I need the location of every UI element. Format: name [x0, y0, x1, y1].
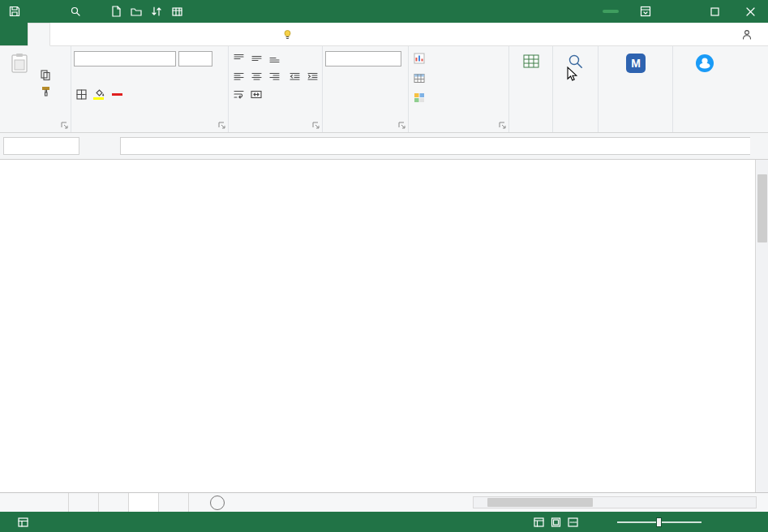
print-preview-icon[interactable]	[69, 5, 82, 18]
decrease-indent-button[interactable]	[287, 69, 302, 84]
copy-button[interactable]	[36, 66, 54, 83]
zoom-slider[interactable]	[617, 521, 701, 523]
align-top-button[interactable]	[231, 51, 247, 66]
number-format-select[interactable]	[325, 51, 401, 66]
align-left-button[interactable]	[231, 69, 247, 84]
minimize-button[interactable]	[661, 0, 697, 23]
editing-button[interactable]	[556, 49, 595, 118]
sort-icon[interactable]	[150, 5, 163, 18]
cells-button[interactable]	[512, 49, 550, 118]
align-middle-button[interactable]	[249, 51, 264, 66]
maximize-button[interactable]	[697, 0, 732, 23]
save-to-baidu-netdisk-button[interactable]	[676, 49, 734, 118]
comma-style-button[interactable]	[361, 69, 376, 84]
format-painter-button[interactable]	[36, 83, 54, 99]
sheet-nav-prev-icon[interactable]	[0, 493, 18, 512]
paste-button[interactable]	[2, 49, 36, 118]
sheet-tab-sheet2[interactable]	[99, 493, 129, 512]
font-color-button[interactable]	[109, 87, 125, 101]
save-icon[interactable]	[8, 5, 21, 18]
vertical-scrollbar[interactable]	[755, 160, 768, 492]
horizontal-scroll-thumb[interactable]	[487, 498, 593, 507]
alignment-dialog-launcher[interactable]	[312, 122, 320, 129]
align-center-button[interactable]	[249, 69, 264, 84]
send-to-mindmanager-button[interactable]: M	[601, 49, 670, 118]
name-box[interactable]	[3, 137, 79, 155]
tab-help[interactable]	[198, 23, 219, 45]
styles-dialog-launcher[interactable]	[499, 122, 506, 129]
tab-insert[interactable]	[50, 23, 71, 45]
new-sheet-button[interactable]	[210, 496, 225, 510]
grow-font-button[interactable]	[192, 69, 208, 84]
italic-button[interactable]	[92, 69, 107, 84]
zoom-slider-thumb[interactable]	[656, 517, 662, 527]
tab-developer[interactable]	[177, 23, 198, 45]
sheet-tab-sheet1[interactable]	[68, 493, 99, 512]
orientation-button[interactable]	[304, 51, 320, 66]
horizontal-scrollbar[interactable]	[473, 496, 757, 508]
shrink-font-button[interactable]	[210, 69, 225, 84]
merge-center-button[interactable]	[249, 87, 264, 101]
email-icon[interactable]	[89, 5, 102, 18]
scroll-down-icon[interactable]	[756, 479, 768, 492]
sheet-tab-sheet3[interactable]	[129, 493, 159, 512]
person-icon	[741, 29, 753, 40]
tab-view[interactable]	[156, 23, 177, 45]
cut-button[interactable]	[36, 50, 54, 66]
accounting-format-button[interactable]	[325, 69, 341, 84]
mindmanager-icon: M	[625, 53, 646, 74]
phonetic-guide-button[interactable]	[127, 87, 143, 101]
tab-page-layout[interactable]	[71, 23, 92, 45]
redo-icon[interactable]	[49, 5, 62, 18]
tab-scrollbar-splitter[interactable]	[463, 493, 473, 512]
undo-icon[interactable]	[28, 5, 41, 18]
font-size-select[interactable]	[178, 51, 212, 66]
customize-qat-icon[interactable]	[191, 5, 204, 18]
normal-view-icon[interactable]	[534, 517, 544, 527]
copy-icon	[41, 70, 50, 80]
tab-power-pivot[interactable]	[219, 23, 240, 45]
decrease-decimal-button[interactable]	[343, 87, 358, 101]
conditional-formatting-button[interactable]	[411, 49, 506, 68]
tab-file[interactable]	[0, 23, 28, 45]
login-button[interactable]	[603, 10, 619, 13]
vertical-scroll-thumb[interactable]	[757, 174, 767, 242]
increase-indent-button[interactable]	[305, 69, 320, 84]
underline-dropdown[interactable]	[127, 69, 143, 84]
styles-group	[409, 46, 509, 132]
tab-data[interactable]	[114, 23, 135, 45]
tab-formulas[interactable]	[92, 23, 114, 45]
cell-styles-button[interactable]	[411, 88, 506, 107]
format-as-table-button[interactable]	[411, 68, 506, 88]
clipboard-dialog-launcher[interactable]	[61, 122, 68, 129]
share-button[interactable]	[730, 23, 768, 45]
percent-style-button[interactable]	[343, 69, 358, 84]
page-layout-view-icon[interactable]	[551, 517, 561, 527]
tab-home[interactable]	[28, 23, 50, 46]
align-right-button[interactable]	[267, 69, 282, 84]
scroll-up-icon[interactable]	[756, 160, 768, 173]
align-bottom-button[interactable]	[267, 51, 282, 66]
font-dialog-launcher[interactable]	[218, 122, 225, 129]
underline-button[interactable]	[109, 69, 125, 84]
macro-record-icon[interactable]	[18, 517, 28, 527]
page-break-view-icon[interactable]	[568, 517, 578, 527]
formula-input[interactable]	[120, 137, 750, 155]
insert-table-icon[interactable]	[170, 5, 183, 18]
sheet-tab-sheet4[interactable]	[159, 493, 189, 512]
wrap-text-button[interactable]	[231, 87, 247, 101]
sheet-nav-next-icon[interactable]	[18, 493, 36, 512]
tab-review[interactable]	[135, 23, 156, 45]
number-dialog-launcher[interactable]	[398, 122, 405, 129]
tell-me-search[interactable]	[272, 23, 307, 45]
bold-button[interactable]	[74, 69, 89, 84]
font-name-select[interactable]	[74, 51, 176, 66]
borders-button[interactable]	[74, 87, 89, 101]
fill-color-button[interactable]	[92, 87, 107, 101]
open-folder-icon[interactable]	[130, 5, 143, 18]
increase-decimal-button[interactable]	[325, 87, 341, 101]
close-button[interactable]	[732, 0, 768, 23]
tab-baidu-netdisk[interactable]	[240, 23, 261, 45]
ribbon-display-options-icon[interactable]	[640, 6, 651, 17]
new-document-icon[interactable]	[109, 5, 122, 18]
